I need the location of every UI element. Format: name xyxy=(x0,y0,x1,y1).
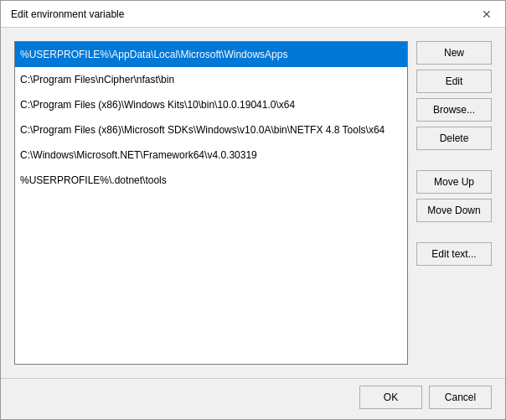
list-item[interactable]: C:\Program Files\nCipher\nfast\bin xyxy=(15,67,407,92)
edit-text-button[interactable]: Edit text... xyxy=(416,242,492,266)
list-item[interactable]: C:\Windows\Microsoft.NET\Framework64\v4.… xyxy=(15,143,407,168)
list-item[interactable]: C:\Program Files (x86)\Windows Kits\10\b… xyxy=(15,92,407,117)
dialog-content: %USERPROFILE%\AppData\Local\Microsoft\Wi… xyxy=(1,28,505,378)
ok-button[interactable]: OK xyxy=(359,386,422,409)
env-var-list[interactable]: %USERPROFILE%\AppData\Local\Microsoft\Wi… xyxy=(14,41,408,365)
edit-env-var-dialog: Edit environment variable ✕ %USERPROFILE… xyxy=(0,0,506,420)
list-item[interactable]: %USERPROFILE%\.dotnet\tools xyxy=(15,168,407,193)
list-item[interactable]: %USERPROFILE%\AppData\Local\Microsoft\Wi… xyxy=(15,42,407,67)
title-bar: Edit environment variable ✕ xyxy=(1,1,505,28)
edit-button[interactable]: Edit xyxy=(416,70,492,93)
list-item[interactable]: C:\Program Files (x86)\Microsoft SDKs\Wi… xyxy=(15,117,407,143)
spacer-1 xyxy=(416,155,492,165)
cancel-button[interactable]: Cancel xyxy=(429,386,492,409)
buttons-panel: New Edit Browse... Delete Move Up Move D… xyxy=(416,41,492,365)
close-button[interactable]: ✕ xyxy=(478,6,495,23)
dialog-footer: OK Cancel xyxy=(1,378,505,419)
move-down-button[interactable]: Move Down xyxy=(416,199,492,222)
move-up-button[interactable]: Move Up xyxy=(416,170,492,194)
browse-button[interactable]: Browse... xyxy=(416,98,492,122)
new-button[interactable]: New xyxy=(416,41,492,65)
spacer-2 xyxy=(416,227,492,237)
delete-button[interactable]: Delete xyxy=(416,127,492,150)
dialog-title: Edit environment variable xyxy=(11,8,124,20)
